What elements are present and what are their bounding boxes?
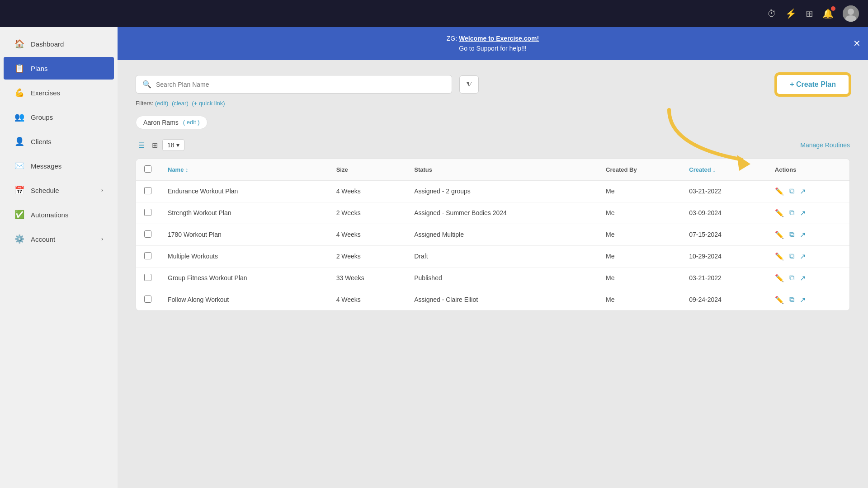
row-size: 4 Weeks	[328, 180, 406, 202]
row-name: Group Fitness Workout Plan	[160, 267, 328, 289]
account-icon: ⚙️	[14, 234, 24, 244]
copy-action-icon[interactable]: ⧉	[789, 252, 794, 261]
row-name: 1780 Workout Plan	[160, 224, 328, 245]
row-status: Assigned - 2 groups	[406, 180, 598, 202]
row-checkbox[interactable]	[144, 274, 151, 281]
sidebar-item-label: Schedule	[31, 187, 59, 194]
row-size: 2 Weeks	[328, 245, 406, 267]
sidebar-item-messages[interactable]: ✉️ Messages	[4, 155, 114, 177]
banner-bold: Welcome to Exercise.com!	[459, 35, 539, 42]
row-checkbox[interactable]	[144, 209, 151, 216]
row-checkbox[interactable]	[144, 252, 151, 259]
open-action-icon[interactable]: ↗	[800, 274, 806, 282]
open-action-icon[interactable]: ↗	[800, 209, 806, 217]
groups-icon: 👥	[14, 112, 24, 122]
grid-icon[interactable]: ⊞	[806, 8, 813, 19]
bell-icon[interactable]: 🔔	[822, 8, 834, 19]
svg-point-1	[848, 9, 854, 15]
chevron-right-icon: ›	[101, 236, 103, 242]
col-name[interactable]: Name ↕	[160, 159, 328, 181]
filter-clear-link[interactable]: (clear)	[172, 100, 189, 107]
copy-action-icon[interactable]: ⧉	[789, 230, 794, 239]
lightning-icon[interactable]: ⚡	[785, 8, 797, 19]
sidebar-item-label: Account	[31, 235, 55, 243]
sidebar-item-plans[interactable]: 📋 Plans	[4, 57, 114, 80]
row-size: 2 Weeks	[328, 202, 406, 224]
filter-edit-link[interactable]: (edit)	[155, 100, 169, 107]
messages-icon: ✉️	[14, 161, 24, 171]
open-action-icon[interactable]: ↗	[800, 230, 806, 239]
row-created: 03-21-2022	[681, 267, 767, 289]
banner-close-button[interactable]: ✕	[853, 38, 861, 49]
row-created: 03-09-2024	[681, 202, 767, 224]
row-status: Published	[406, 267, 598, 289]
automations-icon: ✅	[14, 210, 24, 220]
row-created-by: Me	[598, 289, 681, 310]
copy-action-icon[interactable]: ⧉	[789, 296, 794, 304]
edit-action-icon[interactable]: ✏️	[775, 296, 784, 304]
sidebar-item-groups[interactable]: 👥 Groups	[4, 106, 114, 128]
sidebar-item-exercises[interactable]: 💪 Exercises	[4, 81, 114, 104]
welcome-banner: ZG: Welcome to Exercise.com! Go to Suppo…	[118, 27, 868, 60]
edit-action-icon[interactable]: ✏️	[775, 187, 784, 196]
edit-action-icon[interactable]: ✏️	[775, 230, 784, 239]
row-status: Assigned - Summer Bodies 2024	[406, 202, 598, 224]
sidebar-item-schedule[interactable]: 📅 Schedule ›	[4, 179, 114, 202]
grid-view-button[interactable]: ⊞	[149, 138, 160, 152]
per-page-selector[interactable]: 18 ▾	[162, 139, 184, 151]
col-created[interactable]: Created ↓	[681, 159, 767, 181]
row-created: 10-29-2024	[681, 245, 767, 267]
client-edit-link[interactable]: ( edit )	[183, 119, 200, 126]
col-size: Size	[328, 159, 406, 181]
sidebar-item-clients[interactable]: 👤 Clients	[4, 130, 114, 153]
per-page-value: 18	[167, 141, 175, 149]
list-view-button[interactable]: ☰	[136, 138, 147, 152]
row-created: 09-24-2024	[681, 289, 767, 310]
search-input[interactable]	[156, 81, 445, 88]
edit-action-icon[interactable]: ✏️	[775, 274, 784, 282]
open-action-icon[interactable]: ↗	[800, 296, 806, 304]
row-size: 4 Weeks	[328, 224, 406, 245]
filter-quick-link[interactable]: (+ quick link)	[192, 100, 225, 107]
plans-icon: 📋	[14, 63, 24, 73]
row-created: 07-15-2024	[681, 224, 767, 245]
col-created-by: Created By	[598, 159, 681, 181]
row-checkbox[interactable]	[144, 296, 151, 303]
filters-row: Filters: (edit) (clear) (+ quick link)	[136, 100, 850, 107]
table-row: Multiple Workouts 2 Weeks Draft Me 10-29…	[136, 245, 849, 267]
create-plan-button[interactable]: + Create Plan	[776, 74, 850, 95]
search-row: 🔍 ⧨ + Create Plan	[136, 74, 850, 95]
sidebar-item-label: Dashboard	[31, 40, 64, 48]
avatar[interactable]	[843, 5, 859, 22]
col-status: Status	[406, 159, 598, 181]
filter-button[interactable]: ⧨	[459, 75, 479, 94]
copy-action-icon[interactable]: ⧉	[789, 187, 794, 196]
row-size: 33 Weeks	[328, 267, 406, 289]
sidebar-item-automations[interactable]: ✅ Automations	[4, 203, 114, 226]
select-all-checkbox[interactable]	[144, 165, 151, 173]
open-action-icon[interactable]: ↗	[800, 187, 806, 196]
sidebar-item-label: Plans	[31, 65, 48, 72]
row-status: Draft	[406, 245, 598, 267]
search-box: 🔍	[136, 75, 452, 94]
main-layout: 🏠 Dashboard 📋 Plans 💪 Exercises 👥 Groups…	[0, 27, 868, 488]
copy-action-icon[interactable]: ⧉	[789, 209, 794, 217]
view-controls: ☰ ⊞ 18 ▾	[136, 138, 184, 152]
history-icon[interactable]: ⏱	[767, 9, 776, 19]
copy-action-icon[interactable]: ⧉	[789, 274, 794, 282]
open-action-icon[interactable]: ↗	[800, 252, 806, 261]
row-checkbox[interactable]	[144, 230, 151, 238]
edit-action-icon[interactable]: ✏️	[775, 252, 784, 261]
home-icon: 🏠	[14, 39, 24, 49]
edit-action-icon[interactable]: ✏️	[775, 209, 784, 217]
banner-prefix: ZG:	[447, 35, 459, 42]
row-checkbox[interactable]	[144, 187, 151, 194]
sidebar-item-dashboard[interactable]: 🏠 Dashboard	[4, 33, 114, 55]
table-row: 1780 Workout Plan 4 Weeks Assigned Multi…	[136, 224, 849, 245]
sidebar-item-account[interactable]: ⚙️ Account ›	[4, 228, 114, 250]
banner-suffix: Go to Support for help!!!	[459, 45, 526, 52]
content-body: 🔍 ⧨ + Create Plan Filters: (edit) (clear…	[118, 60, 868, 488]
manage-routines-link[interactable]: Manage Routines	[800, 141, 850, 149]
row-name: Follow Along Workout	[160, 289, 328, 310]
row-created-by: Me	[598, 245, 681, 267]
